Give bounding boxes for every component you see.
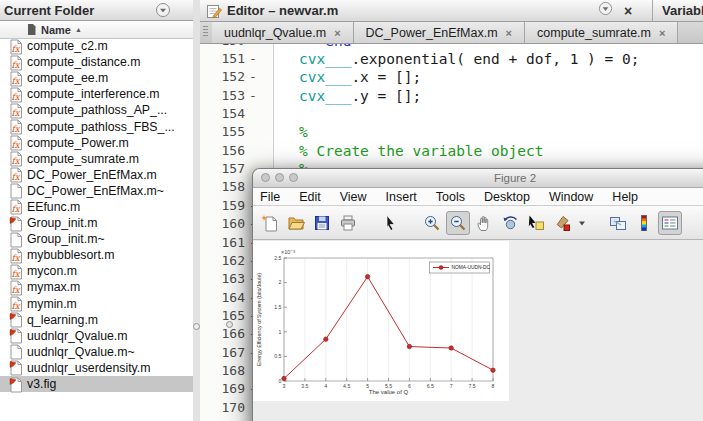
menu-help[interactable]: Help — [612, 190, 638, 204]
zoom-in-button[interactable] — [420, 211, 444, 235]
menu-view[interactable]: View — [340, 190, 367, 204]
svg-text:fx: fx — [12, 156, 21, 166]
svg-text:fx: fx — [12, 124, 21, 134]
menu-window[interactable]: Window — [549, 190, 593, 204]
tabbar-grip-icon[interactable] — [203, 26, 208, 38]
file-row[interactable]: fxcompute_pathloss_AP_... — [0, 102, 193, 118]
matlab-function-file-icon: fx — [9, 264, 23, 279]
file-row[interactable]: fxEEfunc.m — [0, 199, 193, 215]
plot-area[interactable]: 33.544.555.566.577.5800.511.522.5×10⁻³NO… — [253, 241, 509, 401]
file-row[interactable]: Group_init.m~ — [0, 231, 193, 247]
line-number: 159 — [200, 197, 245, 215]
matlab-desktop: Current Folder Name ▲ fxcompute_c2.mfxco… — [0, 0, 703, 421]
file-row[interactable]: fxmycon.m — [0, 263, 193, 279]
file-name: uudnlqr_userdensity.m — [27, 361, 151, 375]
file-row[interactable]: fxcompute_distance.m — [0, 54, 193, 70]
line-number: 162 — [200, 252, 245, 270]
svg-text:The value of Q: The value of Q — [369, 389, 409, 395]
line-number: 155 — [200, 123, 245, 141]
file-row[interactable]: fxcompute_interference.m — [0, 86, 193, 102]
edit-plot-button[interactable] — [378, 211, 402, 235]
window-minimize-icon[interactable] — [275, 173, 284, 182]
open-file-button[interactable] — [284, 211, 308, 235]
file-row[interactable]: fxcompute_ee.m — [0, 70, 193, 86]
code-line[interactable]: 155% — [200, 123, 703, 141]
menu-file[interactable]: File — [260, 190, 280, 204]
file-row[interactable]: fxDC_Power_EnEfMax.m — [0, 167, 193, 183]
editor-gutter-handle-icon[interactable] — [226, 321, 233, 328]
file-row[interactable]: fxmymin.m — [0, 296, 193, 312]
file-row[interactable]: v3.fig — [0, 376, 193, 392]
executable-line-dash: - — [249, 68, 257, 86]
svg-text:4.5: 4.5 — [343, 383, 350, 389]
file-row[interactable]: fxcompute_sumrate.m — [0, 151, 193, 167]
file-row[interactable]: fxcompute_Power.m — [0, 135, 193, 151]
editor-title: Editor – newvar.m — [227, 3, 338, 18]
window-zoom-icon[interactable] — [289, 173, 298, 182]
figure-toolbar — [253, 206, 703, 240]
file-row[interactable]: uudnlqr_Qvalue.m — [0, 328, 193, 344]
zoom-out-button[interactable] — [446, 211, 470, 235]
code-line[interactable]: 151-cvx___.exponential( end + dof, 1 ) =… — [200, 50, 703, 68]
figure-titlebar[interactable]: Figure 2 — [253, 169, 703, 188]
file-row[interactable]: q_learning.m — [0, 312, 193, 328]
code-line[interactable]: 152-cvx___.x = []; — [200, 68, 703, 86]
menu-tools[interactable]: Tools — [436, 190, 465, 204]
svg-text:3.5: 3.5 — [301, 383, 308, 389]
editor-tab[interactable]: compute_sumrate.m× — [525, 22, 678, 43]
matlab-function-file-icon: fx — [9, 87, 23, 102]
file-row[interactable]: fxcompute_pathloss_FBS_... — [0, 118, 193, 134]
line-number: 156 — [200, 142, 245, 160]
column-name-label: Name — [41, 24, 71, 36]
rotate-3d-button[interactable] — [498, 211, 522, 235]
code-line[interactable]: 156% Create the variable object — [200, 142, 703, 160]
splitter-handle-icon[interactable] — [193, 323, 200, 330]
editor-close-icon[interactable]: × — [624, 4, 632, 18]
file-row[interactable]: Group_init.m — [0, 215, 193, 231]
window-close-icon[interactable] — [261, 173, 270, 182]
matlab-function-file-icon: fx — [9, 296, 23, 311]
editor-panel-menu-icon[interactable] — [598, 1, 613, 20]
brush-dropdown-button[interactable] — [576, 211, 588, 235]
tab-close-icon[interactable]: × — [506, 27, 512, 39]
tab-close-icon[interactable]: × — [659, 27, 665, 39]
menu-edit[interactable]: Edit — [299, 190, 321, 204]
code-line[interactable]: 153-cvx___.y = []; — [200, 87, 703, 105]
editor-tab[interactable]: uudnlqr_Qvalue.m× — [212, 22, 354, 43]
code-line[interactable]: 154 — [200, 105, 703, 123]
tab-label: compute_sumrate.m — [537, 26, 651, 40]
matlab-file-icon — [9, 312, 23, 327]
editor-tab[interactable]: DC_Power_EnEfMax.m× — [354, 22, 525, 43]
figure-window: Figure 2 FileEditViewInsertToolsDesktopW… — [252, 168, 703, 421]
line-number: 152 — [200, 68, 245, 86]
panel-menu-icon[interactable] — [155, 2, 171, 18]
file-row[interactable]: fxcompute_c2.m — [0, 38, 193, 54]
file-row[interactable]: DC_Power_EnEfMax.m~ — [0, 183, 193, 199]
file-row[interactable]: uudnlqr_userdensity.m — [0, 360, 193, 376]
line-number: 170 — [200, 399, 245, 417]
svg-text:3: 3 — [283, 383, 286, 389]
save-figure-button[interactable] — [310, 211, 334, 235]
tab-close-icon[interactable]: × — [334, 27, 340, 39]
file-name: compute_c2.m — [27, 39, 108, 53]
file-row[interactable]: fxmybubblesort.m — [0, 247, 193, 263]
svg-text:8: 8 — [492, 383, 495, 389]
pan-button[interactable] — [472, 211, 496, 235]
line-number: 160 — [200, 215, 245, 233]
brush-data-button[interactable] — [550, 211, 574, 235]
menu-desktop[interactable]: Desktop — [484, 190, 530, 204]
insert-colorbar-button[interactable] — [632, 211, 656, 235]
backup-file-icon — [9, 183, 23, 198]
file-name: compute_interference.m — [27, 87, 160, 101]
file-row[interactable]: fxmymax.m — [0, 279, 193, 295]
code-text: cvx___.y = []; — [299, 87, 421, 105]
link-plot-button[interactable] — [606, 211, 630, 235]
menu-insert[interactable]: Insert — [386, 190, 417, 204]
file-list-column-header[interactable]: Name ▲ — [0, 21, 193, 39]
file-row[interactable]: uudnlqr_Qvalue.m~ — [0, 344, 193, 360]
sort-ascending-icon: ▲ — [75, 26, 82, 33]
new-figure-button[interactable] — [258, 211, 282, 235]
data-cursor-button[interactable] — [524, 211, 548, 235]
print-figure-button[interactable] — [336, 211, 360, 235]
insert-legend-button[interactable] — [658, 211, 682, 235]
